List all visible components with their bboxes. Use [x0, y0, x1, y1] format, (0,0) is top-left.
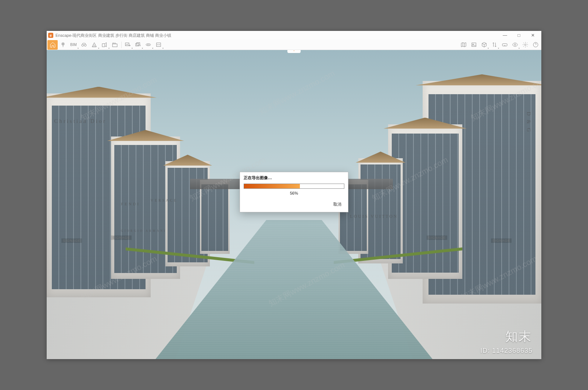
signage-label: SIGNAGE: [61, 238, 82, 243]
brand-label: LOUIS VUITTON: [350, 214, 398, 219]
batch-export-icon: [135, 42, 141, 48]
signage-label: SIGNAGE: [427, 235, 447, 240]
asset-library-button[interactable]: [469, 40, 479, 50]
vr-headset-icon: [502, 42, 508, 48]
brand-label: GIORGIO ARMANI: [121, 229, 166, 233]
binoculars-button[interactable]: [79, 40, 89, 50]
maximize-button[interactable]: □: [512, 31, 526, 40]
compare-icon: [491, 42, 498, 48]
main-toolbar: BIM▾▾▾▾▾360▾EXE▾ ▾▾▾: [47, 40, 541, 50]
export-image-icon: [125, 42, 131, 48]
svg-rect-12: [472, 43, 476, 47]
dropdown-caret-icon: ▾: [152, 47, 153, 49]
export-image-button[interactable]: ▾: [123, 40, 133, 50]
dropdown-caret-icon: ▾: [98, 47, 99, 49]
two-point-button[interactable]: ▾: [100, 40, 110, 50]
visual-settings-button[interactable]: ▾: [510, 40, 520, 50]
svg-point-1: [62, 43, 64, 45]
dropdown-caret-icon: ▾: [162, 47, 164, 49]
svg-rect-7: [137, 43, 140, 45]
favorites-icon: [60, 42, 66, 48]
perspective-view-button[interactable]: ▾: [89, 40, 100, 50]
svg-point-15: [514, 44, 516, 45]
app-logo-icon: e: [48, 33, 53, 38]
svg-rect-4: [112, 44, 117, 47]
app-name: Enscape: [55, 33, 71, 38]
watermark-brand: 知末: [505, 328, 532, 345]
dropdown-caret-icon: ▾: [108, 47, 110, 49]
dropdown-caret-icon: ▾: [519, 47, 520, 49]
render-viewport[interactable]: Christian Dior FENDI VERSACE GIORGIO ARM…: [47, 50, 541, 359]
toolbar-right-group: ▾▾▾: [458, 40, 541, 50]
toolbar-left-group: BIM▾▾▾▾▾360▾EXE▾: [47, 40, 164, 50]
home-button[interactable]: [47, 40, 58, 50]
collapse-toolbar-tab[interactable]: ˄: [287, 50, 301, 53]
dropdown-caret-icon: ▾: [488, 47, 489, 49]
batch-export-button[interactable]: ▾: [133, 40, 143, 50]
bim-info-button[interactable]: BIM▾: [68, 40, 79, 50]
svg-text:EXE: EXE: [157, 44, 161, 46]
svg-point-16: [524, 44, 526, 45]
dropdown-caret-icon: ▾: [132, 47, 133, 49]
progress-percent-label: 56%: [240, 189, 348, 198]
export-progress-dialog: 正在导出图像… 56% 取消: [240, 172, 348, 212]
app-window: e Enscape - 现代商业街区 商业建筑 步行街 商店建筑 商铺 商业小镇…: [47, 31, 541, 359]
window-controls: — □ ✕: [498, 31, 540, 40]
dropdown-caret-icon: ▾: [498, 47, 499, 49]
export-exe-button[interactable]: EXE▾: [154, 40, 164, 50]
brand-label: Christian Dior: [54, 118, 106, 124]
home-icon: [50, 42, 56, 48]
settings-button[interactable]: [520, 40, 530, 50]
dropdown-caret-icon: ▾: [78, 47, 79, 49]
document-title: 现代商业街区 商业建筑 步行街 商店建筑 商铺 商业小镇: [72, 33, 171, 38]
svg-point-2: [82, 44, 84, 46]
dropdown-caret-icon: ▾: [142, 47, 143, 49]
close-button[interactable]: ✕: [526, 31, 540, 40]
screenshot-frame: e Enscape - 现代商业街区 商业建筑 步行街 商店建筑 商铺 商业小镇…: [0, 0, 588, 390]
settings-icon: [522, 42, 528, 48]
video-icon: [112, 42, 118, 48]
cancel-button[interactable]: 取消: [331, 201, 344, 208]
favorites-button[interactable]: [58, 40, 68, 50]
map-icon: [460, 42, 467, 48]
video-button[interactable]: [110, 40, 120, 50]
signage-label: SIGNAGE: [111, 235, 132, 240]
dialog-actions: 取消: [240, 198, 348, 212]
help-button[interactable]: [530, 40, 541, 50]
two-point-icon: [101, 42, 108, 48]
brand-label: D & G: [526, 112, 531, 133]
map-button[interactable]: [458, 40, 469, 50]
brand-label: VERSACE: [151, 198, 178, 202]
help-icon: [533, 42, 539, 48]
svg-rect-5: [125, 43, 129, 46]
box-views-button[interactable]: ▾: [479, 40, 489, 50]
compare-button[interactable]: ▾: [489, 40, 499, 50]
svg-rect-6: [136, 43, 139, 46]
svg-rect-14: [502, 44, 507, 46]
panorama-360-button[interactable]: 360▾: [143, 40, 154, 50]
signage-label: SIGNAGE: [491, 238, 512, 243]
svg-point-3: [84, 44, 86, 46]
brand-label: FENDI: [121, 202, 140, 206]
titlebar[interactable]: e Enscape - 现代商业街区 商业建筑 步行街 商店建筑 商铺 商业小镇…: [47, 31, 541, 40]
binoculars-icon: [81, 42, 87, 48]
progress-bar-fill: [244, 184, 300, 188]
perspective-view-icon: [91, 42, 97, 48]
panorama-360-icon: 360: [145, 42, 151, 48]
asset-library-icon: [471, 42, 477, 48]
vr-headset-button[interactable]: [499, 40, 510, 50]
toolbar-separator: [121, 42, 122, 48]
watermark-id: ID: 1142368635: [480, 347, 533, 355]
dialog-title: 正在导出图像…: [240, 172, 348, 183]
visual-settings-icon: [512, 42, 518, 48]
export-exe-icon: EXE: [155, 42, 162, 48]
building-left-4: [200, 180, 230, 254]
box-views-icon: [481, 42, 487, 48]
svg-text:360: 360: [147, 44, 150, 46]
minimize-button[interactable]: —: [498, 31, 512, 40]
progress-bar-track: [244, 184, 344, 189]
